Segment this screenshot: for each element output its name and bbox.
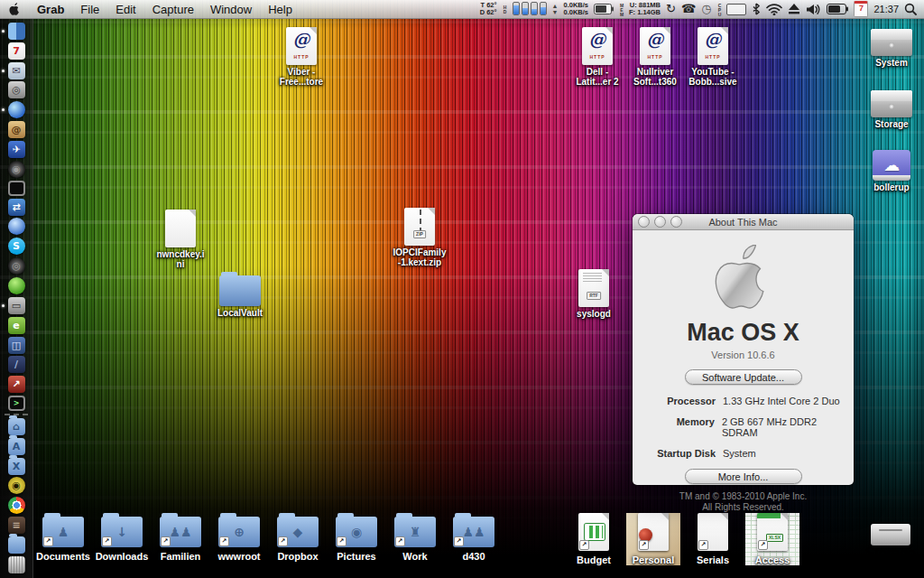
phone-icon[interactable]: ☎: [681, 1, 696, 17]
folder-label: Downloads: [96, 551, 149, 562]
dock-launcher-app-icon[interactable]: ↗: [8, 376, 25, 393]
desktop-folder-d430[interactable]: ♟♟d430: [447, 517, 501, 562]
alias-arrow-badge: [758, 540, 768, 550]
dock-hazard-app-icon[interactable]: ◉: [8, 477, 25, 494]
desktop-icon-iopcifamily-zip[interactable]: ZIP IOPCIFamily-1.kext.zip: [379, 208, 460, 267]
dock-documents-stack-icon[interactable]: [8, 536, 25, 554]
dock-finder-icon[interactable]: [8, 23, 25, 40]
dock-evernote-icon[interactable]: e: [8, 317, 25, 334]
apple-menu-icon[interactable]: [9, 3, 21, 16]
gauge-bar: [522, 2, 529, 15]
dock-safari-disc-icon[interactable]: [8, 101, 25, 118]
dock-trash-icon[interactable]: [8, 556, 25, 573]
dock-adium-icon[interactable]: [8, 277, 25, 294]
menu-grab[interactable]: Grab: [37, 3, 64, 16]
dock-lens-dial-icon[interactable]: ◎: [8, 257, 25, 275]
dock: 7✉◎@✈◉⇄S◎▭e◫/↗>⌂AX◉≡: [0, 18, 33, 578]
gauge-bar: [540, 2, 547, 15]
hd-meter-label: HD: [503, 5, 507, 14]
webloc-icon: @HTTP: [582, 27, 613, 65]
dock-utility-app-icon[interactable]: /: [8, 356, 25, 373]
desktop-icon-youtube[interactable]: @HTTP YouTube -Bobb...sive: [672, 27, 753, 87]
desktop-icon-nwncdkey[interactable]: nwncdkey.ini: [140, 210, 221, 269]
dock-applications-folder-icon[interactable]: A: [8, 438, 25, 455]
desktop-icon-storage-mini[interactable]: Storage: [864, 513, 918, 562]
desktop-folder-work[interactable]: ♜Work: [388, 517, 442, 562]
cpu-meter[interactable]: [726, 4, 746, 15]
desktop-folder-wwwroot[interactable]: ⊕wwwroot: [212, 517, 266, 562]
menu-window[interactable]: Window: [210, 3, 252, 16]
desktop-icon-storage-drive[interactable]: Storage: [851, 90, 924, 129]
dock-camera-app-icon[interactable]: ◉: [8, 161, 25, 178]
desktop-folder-dropbox[interactable]: ◆Dropbox: [271, 517, 325, 562]
desktop-icon-syslogd[interactable]: RTF syslogd: [553, 269, 634, 319]
folder-label: d430: [462, 551, 485, 562]
dock-flight-app-icon[interactable]: ✈: [8, 141, 25, 158]
desktop-icon-localvault[interactable]: LocalVault: [199, 275, 281, 318]
volume-icon[interactable]: [806, 4, 821, 15]
wifi-icon[interactable]: [766, 4, 782, 15]
desktop-folder-documents[interactable]: ♟Documents: [36, 517, 90, 562]
xlsx-emblem-icon: [757, 513, 781, 518]
menu-file[interactable]: File: [80, 3, 99, 16]
menu-clock[interactable]: 21:37: [873, 4, 899, 14]
eject-icon[interactable]: [788, 4, 800, 14]
dock-network-globe-icon[interactable]: [8, 218, 25, 235]
desktop-icon-system-drive[interactable]: System: [851, 29, 924, 68]
sync-icon[interactable]: ↻: [666, 1, 676, 17]
folder-icon: ◉: [336, 517, 377, 547]
dock-ical-icon[interactable]: 7: [8, 42, 25, 60]
dock-display-app-icon[interactable]: [8, 181, 25, 196]
alias-arrow-badge: [102, 536, 112, 546]
dock-chrome-icon[interactable]: [8, 497, 25, 514]
external-drive-icon: [871, 524, 910, 545]
desktop-folder-familien[interactable]: ♟♟Familien: [153, 517, 208, 562]
desktop-doc-budget[interactable]: Budget: [567, 513, 621, 565]
desktop-folder-downloads[interactable]: ↓Downloads: [95, 517, 149, 562]
desktop-doc-access[interactable]: XLSXAccess: [745, 513, 799, 565]
alias-arrow-badge: [454, 536, 464, 546]
dock-projector-app-icon[interactable]: ▭: [8, 297, 25, 314]
zip-file-icon: ZIP: [404, 208, 435, 246]
disk-gauges[interactable]: [513, 4, 547, 15]
dock-address-book-icon[interactable]: @: [8, 121, 25, 138]
numbers-document-icon: [578, 513, 609, 551]
network-speed-readout[interactable]: 0.0KB/s0.0KB/s: [563, 2, 588, 16]
desktop-icon-bollerup-idisk[interactable]: ☁ bollerup: [851, 150, 924, 192]
gauge-bar: [531, 2, 538, 15]
dock-terminal-icon[interactable]: >: [8, 396, 25, 411]
battery-meter-icon[interactable]: [594, 4, 614, 14]
battery-status-icon[interactable]: [827, 4, 848, 14]
desktop-icon-viber[interactable]: @HTTP Viber -Free...tore: [261, 27, 342, 87]
menu-capture[interactable]: Capture: [152, 3, 194, 16]
desktop-folder-pictures[interactable]: ◉Pictures: [329, 517, 383, 562]
alias-arrow-badge: [219, 536, 229, 546]
dock-skype-icon[interactable]: S: [8, 238, 25, 255]
dock-mail-icon[interactable]: ✉: [8, 62, 25, 79]
dock-utilities-folder-icon[interactable]: X: [8, 458, 25, 475]
desktop-doc-personal[interactable]: Personal: [626, 513, 680, 565]
menu-help[interactable]: Help: [268, 3, 292, 16]
blank-document-icon: [698, 513, 728, 551]
bluetooth-icon[interactable]: [752, 3, 761, 15]
spotlight-icon[interactable]: [904, 3, 917, 15]
time-machine-icon[interactable]: ◷: [701, 1, 711, 17]
memory-readout[interactable]: U: 881MBF: 1.14GB: [629, 2, 661, 16]
dock-teamviewer-icon[interactable]: ⇄: [8, 199, 25, 216]
document-label: Access: [755, 555, 790, 565]
folder-row: ♟Documents↓Downloads♟♟Familien⊕wwwroot◆D…: [36, 517, 501, 562]
temperature-readout[interactable]: T 62°D 62°: [480, 2, 497, 16]
alias-arrow-badge: [395, 536, 405, 546]
dock-dark-stack-icon[interactable]: ≡: [8, 517, 25, 534]
desktop-doc-serials[interactable]: Serials: [686, 513, 740, 565]
calendar-icon[interactable]: 7: [854, 1, 868, 17]
window-titlebar[interactable]: About This Mac: [633, 214, 854, 230]
software-update-button[interactable]: Software Update...: [685, 369, 802, 385]
menu-edit[interactable]: Edit: [116, 3, 135, 16]
document-label: Personal: [633, 555, 674, 565]
more-info-button[interactable]: More Info...: [685, 469, 802, 484]
dock-binoculars-app-icon[interactable]: ◫: [8, 337, 25, 354]
cpu-meter-label: CPU: [716, 3, 721, 16]
dock-home-folder-icon[interactable]: ⌂: [8, 418, 25, 435]
dock-system-preferences-icon[interactable]: ◎: [8, 81, 25, 98]
